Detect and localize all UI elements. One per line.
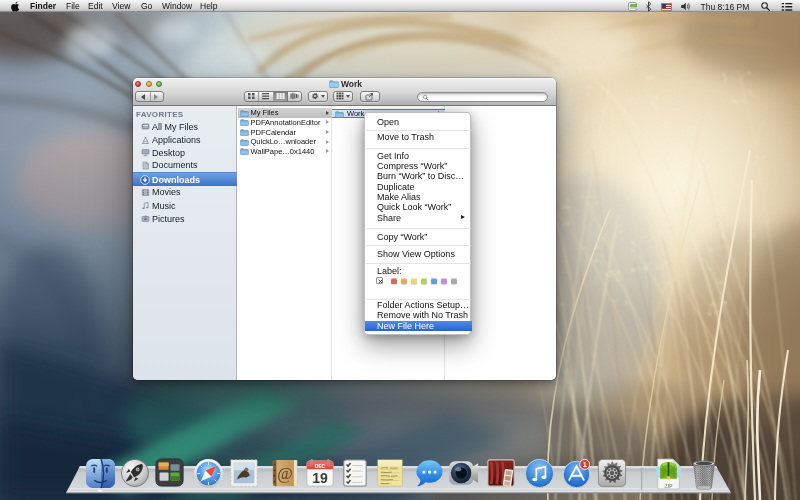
- svg-text:19: 19: [312, 470, 328, 486]
- svg-text:@: @: [277, 464, 293, 483]
- svg-text:ZIP: ZIP: [664, 483, 673, 489]
- svg-text:1: 1: [583, 460, 587, 469]
- svg-text:DEC: DEC: [315, 464, 325, 469]
